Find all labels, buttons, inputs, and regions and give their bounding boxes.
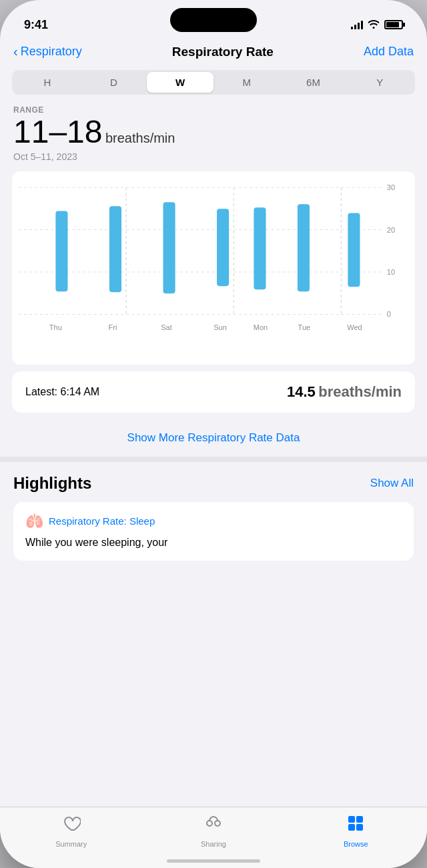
stats-section: RANGE 11–18 breaths/min Oct 5–11, 2023 [0,105,427,167]
heart-icon [62,814,81,837]
highlights-section: Highlights Show All 🫁 Respiratory Rate: … [0,462,427,561]
svg-rect-17 [348,213,360,287]
time-range-H[interactable]: H [14,72,81,93]
latest-value: 14.5 breaths/min [287,383,402,401]
back-label: Respiratory [21,45,82,59]
latest-number: 14.5 [287,383,316,400]
svg-rect-16 [298,204,310,291]
svg-rect-15 [254,207,266,289]
svg-text:30: 30 [387,183,395,191]
highlight-card-name: Respiratory Rate: Sleep [49,515,155,527]
phone-screen: 9:41 [0,0,427,868]
range-unit: breaths/min [105,131,175,145]
svg-text:Sun: Sun [214,323,227,331]
status-icons [351,19,403,31]
highlights-title: Highlights [13,474,91,493]
chart-area: 30 20 10 0 [12,178,415,365]
highlight-card-description: While you were sleeping, your [25,535,402,550]
tab-browse-label: Browse [344,840,368,848]
svg-text:Mon: Mon [254,323,268,331]
svg-text:Wed: Wed [347,323,362,331]
section-divider [0,457,427,462]
svg-rect-28 [356,816,363,823]
signal-icon [351,20,363,29]
home-indicator [167,859,260,863]
svg-text:Tue: Tue [298,323,311,331]
tab-summary[interactable]: Summary [0,814,142,848]
svg-point-26 [215,821,220,826]
svg-text:Thu: Thu [49,323,62,331]
tab-sharing-label: Sharing [201,840,226,848]
battery-icon [384,20,403,29]
dynamic-island [170,8,257,32]
range-display: 11–18 breaths/min [13,115,414,150]
latest-unit: breaths/min [318,383,402,400]
phone-frame: 9:41 [0,0,427,868]
chart-container: 30 20 10 0 [12,171,415,365]
svg-rect-29 [348,824,355,831]
range-label: RANGE [13,105,414,115]
chevron-left-icon: ‹ [13,44,18,59]
tab-summary-label: Summary [55,840,87,848]
range-value: 11–18 [13,114,102,149]
time-range-M[interactable]: M [214,72,280,93]
browse-icon [346,814,365,837]
show-more-button[interactable]: Show More Respiratory Rate Data [0,419,427,457]
svg-rect-12 [109,206,121,292]
svg-rect-11 [55,211,67,291]
sharing-icon [204,814,223,837]
svg-point-25 [207,821,212,826]
wifi-icon [368,19,380,31]
time-range-Y[interactable]: Y [346,72,413,93]
svg-rect-13 [163,202,175,293]
svg-rect-27 [348,816,355,823]
svg-rect-14 [217,209,229,286]
svg-text:Sat: Sat [161,323,172,331]
date-range: Oct 5–11, 2023 [13,151,414,162]
highlight-card: 🫁 Respiratory Rate: Sleep While you were… [13,502,414,561]
time-range-6M[interactable]: 6M [280,72,347,93]
svg-text:Fri: Fri [109,323,117,331]
highlight-card-header: 🫁 Respiratory Rate: Sleep [25,513,402,530]
time-range-W[interactable]: W [147,72,214,93]
page-title: Respiratory Rate [172,45,274,59]
status-time: 9:41 [24,18,48,32]
highlights-header: Highlights Show All [13,474,414,493]
svg-text:0: 0 [387,310,391,318]
svg-text:10: 10 [387,268,395,276]
chart-svg: 30 20 10 0 [19,178,408,365]
latest-card: Latest: 6:14 AM 14.5 breaths/min [12,371,415,413]
nav-header: ‹ Respiratory Respiratory Rate Add Data [0,39,427,67]
show-all-button[interactable]: Show All [370,477,414,490]
time-range-D[interactable]: D [81,72,147,93]
respiratory-sleep-icon: 🫁 [25,513,43,530]
add-data-button[interactable]: Add Data [364,45,414,59]
tab-sharing[interactable]: Sharing [142,814,284,848]
svg-rect-30 [356,824,363,831]
back-button[interactable]: ‹ Respiratory [13,44,82,59]
latest-label: Latest: 6:14 AM [25,386,99,398]
svg-text:20: 20 [387,225,395,233]
show-more-label: Show More Respiratory Rate Data [127,431,300,445]
time-range-selector: H D W M 6M Y [12,70,415,95]
tab-browse[interactable]: Browse [285,814,427,848]
